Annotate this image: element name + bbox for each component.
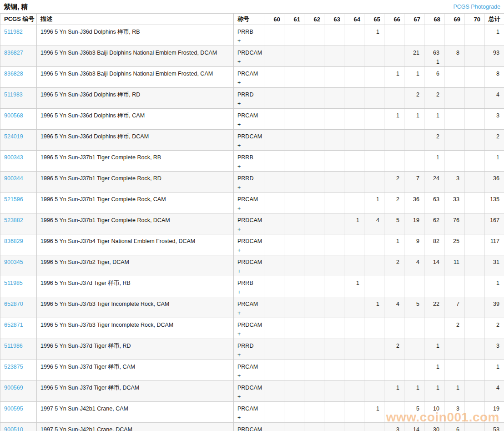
grade-68-count-cell: 62 bbox=[424, 213, 444, 234]
grade-65-count-cell bbox=[364, 88, 384, 109]
designation-plus-label: + bbox=[237, 57, 264, 66]
grade-67-count-cell bbox=[404, 360, 424, 381]
grade-66-count-cell bbox=[384, 151, 404, 172]
pcgs-number-link[interactable]: 521596 bbox=[4, 196, 23, 203]
designation-label: PRDCAM bbox=[237, 383, 264, 392]
designation-label: PRRB bbox=[237, 153, 264, 162]
grade-63-count-cell bbox=[324, 172, 344, 193]
total-count-cell: 1 bbox=[484, 360, 504, 381]
grade-65-count-cell bbox=[364, 151, 384, 172]
page-title: 紫铜, 精 bbox=[4, 3, 28, 11]
grade-count: 1 bbox=[424, 362, 439, 371]
grade-count: 3 bbox=[384, 425, 399, 431]
grade-63-count-cell bbox=[324, 276, 344, 297]
column-header-grade-68: 68 bbox=[424, 14, 444, 25]
grade-66-count-cell bbox=[384, 402, 404, 423]
total-count-cell: 53 bbox=[484, 423, 504, 431]
grade-61-count-cell bbox=[284, 360, 304, 381]
grade-count: 25 bbox=[444, 237, 459, 246]
pcgs-number-link[interactable]: 511985 bbox=[4, 280, 23, 286]
grade-69-count-cell: 25 bbox=[444, 234, 464, 255]
grade-70-count-cell bbox=[464, 360, 484, 381]
grade-count: 3 bbox=[444, 174, 459, 183]
grade-count: 1 bbox=[364, 195, 379, 204]
pcgs-number-link[interactable]: 900569 bbox=[4, 385, 23, 391]
designation-plus-label: + bbox=[237, 267, 264, 276]
grade-69-count-cell: 76 bbox=[444, 213, 464, 234]
grade-65-count-cell bbox=[364, 255, 384, 276]
population-report-page: 紫铜, 精 PCGS Photograde PCGS 编号描述称号6061626… bbox=[0, 0, 504, 431]
designation-label: PRRD bbox=[237, 174, 264, 183]
pcgs-number-link[interactable]: 900344 bbox=[4, 175, 23, 182]
grade-60-count-cell bbox=[264, 339, 284, 360]
grade-66-count-cell: 2 bbox=[384, 339, 404, 360]
pcgs-number-link[interactable]: 511983 bbox=[4, 91, 23, 98]
grade-69-count-cell bbox=[444, 109, 464, 130]
description-cell: 1996 5 Yn Sun-J37b1 Tiger Complete Rock,… bbox=[37, 172, 234, 193]
grade-count: 6 bbox=[444, 425, 459, 431]
grade-66-count-cell bbox=[384, 88, 404, 109]
grade-65-count-cell bbox=[364, 172, 384, 193]
grade-61-count-cell bbox=[284, 234, 304, 255]
pcgs-number-cell: 523882 bbox=[0, 213, 37, 234]
table-row: 6528711996 5 Yn Sun-J37b3 Tiger Incomple… bbox=[0, 318, 504, 339]
pcgs-number-link[interactable]: 523882 bbox=[4, 217, 23, 223]
grade-count: 1 bbox=[344, 216, 359, 225]
designation-label: PRDCAM bbox=[237, 132, 264, 141]
description-cell: 1996 5 Yn Sun-J37b3 Tiger Incomplete Roc… bbox=[37, 318, 234, 339]
pcgs-number-link[interactable]: 652871 bbox=[4, 322, 23, 328]
designation-label: PRCAM bbox=[237, 299, 264, 309]
grade-66-count-cell bbox=[384, 360, 404, 381]
designation-cell: PRCAM+ bbox=[234, 109, 264, 130]
pcgs-number-link[interactable]: 900510 bbox=[4, 426, 23, 431]
grade-64-count-cell bbox=[344, 130, 364, 151]
pcgs-number-link[interactable]: 524019 bbox=[4, 133, 23, 140]
pcgs-number-cell: 836828 bbox=[0, 67, 37, 88]
grade-count: 10 bbox=[424, 404, 439, 413]
grade-68-count-cell bbox=[424, 276, 444, 297]
grade-63-count-cell bbox=[324, 318, 344, 339]
grade-69-count-cell: 3 bbox=[444, 172, 464, 193]
pcgs-number-link[interactable]: 836827 bbox=[4, 50, 23, 56]
pcgs-number-link[interactable]: 652870 bbox=[4, 301, 23, 307]
grade-count: 82 bbox=[424, 237, 439, 246]
grade-61-count-cell bbox=[284, 213, 304, 234]
grade-62-count-cell bbox=[304, 423, 324, 431]
pcgs-number-link[interactable]: 836829 bbox=[4, 238, 23, 244]
grade-63-count-cell bbox=[324, 339, 344, 360]
description-cell: 1996 5 Yn Sun-J36d Dolphins 样币, RB bbox=[37, 25, 234, 46]
grade-60-count-cell bbox=[264, 151, 284, 172]
grade-69-count-cell: 11 bbox=[444, 255, 464, 276]
grade-count: 7 bbox=[404, 174, 419, 183]
pcgs-number-link[interactable]: 900345 bbox=[4, 259, 23, 265]
grade-63-count-cell bbox=[324, 88, 344, 109]
pcgs-number-link[interactable]: 836828 bbox=[4, 71, 23, 77]
grade-67-count-cell bbox=[404, 151, 424, 172]
grade-60-count-cell bbox=[264, 276, 284, 297]
designation-plus-label: + bbox=[237, 183, 264, 192]
grade-70-count-cell bbox=[464, 234, 484, 255]
grade-66-count-cell: 1 bbox=[384, 67, 404, 88]
pcgs-number-link[interactable]: 900343 bbox=[4, 154, 23, 161]
pcgs-number-link[interactable]: 511982 bbox=[4, 29, 23, 35]
grade-count: 1 bbox=[424, 341, 439, 350]
grade-66-count-cell: 4 bbox=[384, 297, 404, 318]
grade-count: 14 bbox=[404, 425, 419, 431]
pcgs-number-link[interactable]: 523875 bbox=[4, 364, 23, 370]
grade-62-count-cell bbox=[304, 402, 324, 423]
grade-66-count-cell: 1 bbox=[384, 381, 404, 402]
pcgs-number-link[interactable]: 511986 bbox=[4, 343, 23, 349]
grade-66-count-cell: 1 bbox=[384, 109, 404, 130]
pcgs-number-link[interactable]: 900595 bbox=[4, 406, 23, 412]
designation-cell: PRDCAM+ bbox=[234, 130, 264, 151]
pcgs-number-link[interactable]: 900568 bbox=[4, 112, 23, 119]
grade-60-count-cell bbox=[264, 234, 284, 255]
grade-67-count-cell: 21 bbox=[404, 46, 424, 67]
pcgs-photograde-link[interactable]: PCGS Photograde bbox=[453, 4, 500, 10]
grade-64-count-cell bbox=[344, 381, 364, 402]
designation-cell: PRDCAM+ bbox=[234, 46, 264, 67]
pcgs-number-cell: 900595 bbox=[0, 402, 37, 423]
designation-label: PRDCAM bbox=[237, 237, 264, 246]
grade-68-count-cell: 14 bbox=[424, 255, 444, 276]
total-count-cell: 2 bbox=[484, 318, 504, 339]
